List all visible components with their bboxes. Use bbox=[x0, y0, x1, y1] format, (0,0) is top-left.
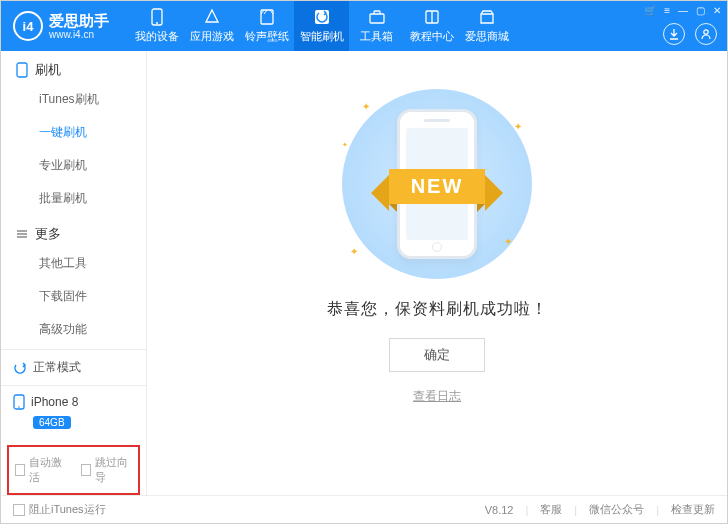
svg-point-1 bbox=[156, 22, 158, 24]
app-logo: i4 bbox=[13, 11, 43, 41]
checkbox-label: 阻止iTunes运行 bbox=[29, 502, 106, 517]
device-row[interactable]: iPhone 8 64GB bbox=[1, 385, 146, 439]
confirm-button[interactable]: 确定 bbox=[389, 338, 485, 372]
success-message: 恭喜您，保资料刷机成功啦！ bbox=[327, 299, 548, 320]
note-icon bbox=[258, 8, 276, 26]
footer: 阻止iTunes运行 V8.12 | 客服 | 微信公众号 | 检查更新 bbox=[1, 495, 727, 523]
mode-row[interactable]: 正常模式 bbox=[1, 349, 146, 385]
nav-label: 我的设备 bbox=[135, 29, 179, 44]
wechat-link[interactable]: 微信公众号 bbox=[589, 502, 644, 517]
phone-icon bbox=[148, 8, 166, 26]
ribbon-text: NEW bbox=[389, 169, 486, 204]
nav-label: 工具箱 bbox=[360, 29, 393, 44]
menu-icon[interactable]: ≡ bbox=[664, 5, 670, 16]
nav-label: 教程中心 bbox=[410, 29, 454, 44]
sidebar-item-itunes-flash[interactable]: iTunes刷机 bbox=[1, 83, 146, 116]
sidebar-section-more: 更多 bbox=[1, 215, 146, 247]
nav-my-device[interactable]: 我的设备 bbox=[129, 1, 184, 51]
close-icon[interactable]: ✕ bbox=[713, 5, 721, 16]
sidebar-item-download-firmware[interactable]: 下载固件 bbox=[1, 280, 146, 313]
download-button[interactable] bbox=[663, 23, 685, 45]
sidebar-item-pro-flash[interactable]: 专业刷机 bbox=[1, 149, 146, 182]
nav-flash[interactable]: 智能刷机 bbox=[294, 1, 349, 51]
sidebar-item-batch-flash[interactable]: 批量刷机 bbox=[1, 182, 146, 215]
device-icon bbox=[13, 394, 25, 410]
view-log-link[interactable]: 查看日志 bbox=[413, 388, 461, 405]
nav-apps[interactable]: 应用游戏 bbox=[184, 1, 239, 51]
maximize-icon[interactable]: ▢ bbox=[696, 5, 705, 16]
checkbox-label: 自动激活 bbox=[29, 455, 66, 485]
svg-point-7 bbox=[704, 30, 708, 34]
refresh-icon bbox=[13, 361, 27, 375]
top-nav: 我的设备 应用游戏 铃声壁纸 智能刷机 bbox=[129, 1, 514, 51]
flash-options-row: 自动激活 跳过向导 bbox=[7, 445, 140, 495]
main-content: NEW ✦ ✦ ✦ ✦ ✦ 恭喜您，保资料刷机成功啦！ 确定 查看日志 bbox=[147, 51, 727, 495]
header-right-buttons bbox=[663, 23, 717, 45]
skip-wizard-checkbox[interactable]: 跳过向导 bbox=[81, 455, 133, 485]
sidebar-item-oneclick-flash[interactable]: 一键刷机 bbox=[1, 116, 146, 149]
block-itunes-checkbox[interactable]: 阻止iTunes运行 bbox=[13, 502, 106, 517]
minimize-icon[interactable]: — bbox=[678, 5, 688, 16]
brand-name: 爱思助手 bbox=[49, 13, 109, 28]
nav-label: 智能刷机 bbox=[300, 29, 344, 44]
brand-url: www.i4.cn bbox=[49, 30, 109, 40]
sidebar-item-other-tools[interactable]: 其他工具 bbox=[1, 247, 146, 280]
support-link[interactable]: 客服 bbox=[540, 502, 562, 517]
user-button[interactable] bbox=[695, 23, 717, 45]
version-label: V8.12 bbox=[485, 504, 514, 516]
auto-activate-checkbox[interactable]: 自动激活 bbox=[15, 455, 67, 485]
svg-point-13 bbox=[18, 406, 20, 408]
cart-icon[interactable]: 🛒 bbox=[644, 5, 656, 16]
nav-ringtones[interactable]: 铃声壁纸 bbox=[239, 1, 294, 51]
sidebar-section-flash: 刷机 bbox=[1, 51, 146, 83]
book-icon bbox=[423, 8, 441, 26]
app-header: i4 爱思助手 www.i4.cn 我的设备 应用游戏 bbox=[1, 1, 727, 51]
nav-store[interactable]: 爱思商城 bbox=[459, 1, 514, 51]
mode-label: 正常模式 bbox=[33, 359, 81, 376]
nav-toolbox[interactable]: 工具箱 bbox=[349, 1, 404, 51]
toolbox-icon bbox=[368, 8, 386, 26]
nav-label: 铃声壁纸 bbox=[245, 29, 289, 44]
checkbox-icon bbox=[15, 464, 25, 476]
more-icon bbox=[15, 227, 29, 241]
success-illustration: NEW ✦ ✦ ✦ ✦ ✦ bbox=[332, 91, 542, 277]
sidebar-item-advanced[interactable]: 高级功能 bbox=[1, 313, 146, 346]
window-controls: 🛒 ≡ — ▢ ✕ bbox=[644, 5, 721, 16]
svg-rect-8 bbox=[17, 63, 27, 77]
brand-block: 爱思助手 www.i4.cn bbox=[49, 13, 109, 40]
section-title: 更多 bbox=[35, 225, 61, 243]
device-name: iPhone 8 bbox=[31, 395, 78, 409]
new-ribbon: NEW bbox=[389, 169, 486, 204]
flash-icon bbox=[313, 8, 331, 26]
nav-label: 爱思商城 bbox=[465, 29, 509, 44]
section-title: 刷机 bbox=[35, 61, 61, 79]
store-icon bbox=[478, 8, 496, 26]
phone-outline-icon bbox=[15, 63, 29, 77]
nav-tutorials[interactable]: 教程中心 bbox=[404, 1, 459, 51]
check-update-link[interactable]: 检查更新 bbox=[671, 502, 715, 517]
checkbox-icon bbox=[81, 464, 91, 476]
device-capacity-badge: 64GB bbox=[33, 416, 71, 429]
checkbox-icon bbox=[13, 504, 25, 516]
nav-label: 应用游戏 bbox=[190, 29, 234, 44]
checkbox-label: 跳过向导 bbox=[95, 455, 132, 485]
sidebar: 刷机 iTunes刷机 一键刷机 专业刷机 批量刷机 更多 其他工具 下载固件 … bbox=[1, 51, 147, 495]
svg-rect-4 bbox=[370, 14, 384, 23]
apps-icon bbox=[203, 8, 221, 26]
